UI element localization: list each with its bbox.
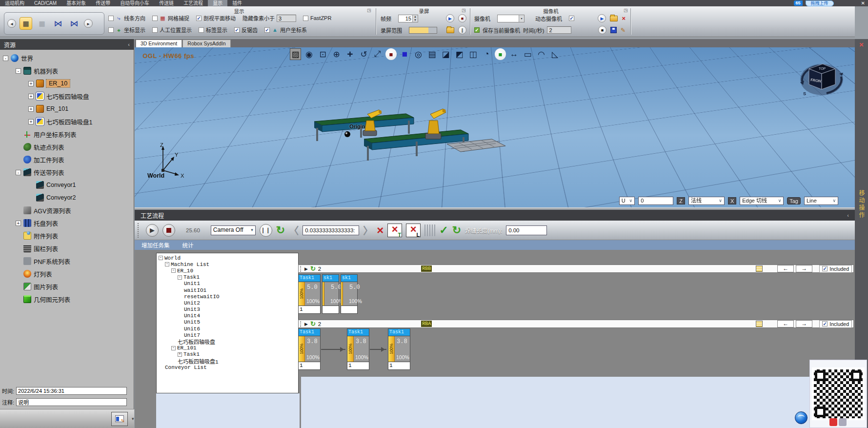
nav-prev-button[interactable]: ◂ xyxy=(7,19,16,28)
record-pause-button[interactable]: ∥ xyxy=(458,26,466,34)
window-close-icon[interactable]: ✕ xyxy=(861,0,865,6)
menu-tab-工艺流程[interactable]: 工艺流程 xyxy=(179,0,208,6)
clip-plane-3-icon[interactable]: ◫ xyxy=(467,48,479,60)
confirm-check-icon[interactable]: ✓ xyxy=(439,224,448,237)
mirror-view-icon[interactable]: ⋈ xyxy=(52,17,64,30)
task-block[interactable]: Task1100%5.0100%1 xyxy=(298,274,321,314)
sidebar-item-轨迹点列表[interactable]: 轨迹点列表 xyxy=(0,141,134,153)
process-tree-item-Unit4[interactable]: Unit4 xyxy=(157,313,298,319)
sidebar-collapse-icon[interactable]: ‹ xyxy=(128,41,130,47)
sidebar-item-Conveyor2[interactable]: Conveyor2 xyxy=(0,191,134,204)
edge-select[interactable]: Edge 切线∨ xyxy=(740,197,784,205)
pan-icon[interactable]: + xyxy=(344,48,356,60)
contact-edit-button[interactable] xyxy=(111,412,128,426)
move-right-button[interactable]: → xyxy=(796,265,812,272)
task-block[interactable]: Task1100%3.8100%1 xyxy=(298,328,321,370)
sidebar-item-ER_10[interactable]: +ER_10 xyxy=(0,77,134,90)
menu-tab-显示[interactable]: 显示 xyxy=(208,0,227,6)
checkbox-网格捕捉[interactable] xyxy=(152,16,158,21)
protractor-icon[interactable]: ◺ xyxy=(549,48,561,60)
collapse-icon[interactable]: - xyxy=(171,346,176,350)
camera-select[interactable]: ▾ xyxy=(497,15,525,22)
move-left-button[interactable]: ← xyxy=(777,320,794,327)
expand-icon[interactable]: + xyxy=(28,119,34,124)
step-back-icon[interactable]: 〈 xyxy=(289,223,299,237)
line-select[interactable]: Line∨ xyxy=(804,197,838,205)
process-tree-item-World[interactable]: -World xyxy=(157,255,298,261)
sidebar-item-几何图元列表[interactable]: 几何图元列表 xyxy=(0,293,134,306)
record-range-color-picker[interactable] xyxy=(409,27,437,34)
clip-box-icon[interactable]: ▤ xyxy=(426,48,438,60)
time-input[interactable] xyxy=(16,387,127,395)
camera-delete-icon[interactable]: × xyxy=(622,15,626,22)
group-drag-handle[interactable] xyxy=(300,321,302,327)
sidebar-item-图片列表[interactable]: 图片列表 xyxy=(0,280,134,293)
u-value-input[interactable]: 0 xyxy=(638,197,673,205)
sidebar-item-用户坐标系列表[interactable]: 用户坐标系列表 xyxy=(0,128,134,141)
statusbar-dropdown-icon[interactable]: ▾ xyxy=(132,416,134,421)
process-tree-item-ER_101[interactable]: -ER_101 xyxy=(157,345,298,351)
checkbox-标签显示[interactable] xyxy=(199,27,204,33)
collapse-icon[interactable]: - xyxy=(165,262,169,266)
weld-length-input[interactable]: 0.00 xyxy=(506,225,547,235)
camera-group-expand-icon[interactable]: ◳ xyxy=(624,8,628,13)
viewport-3d[interactable]: OGL - HW66 fps ⌂◉⊡⊕+↺⤢▨■■◎▤◪◩◫◔■↔▭◠◺ Ori… xyxy=(135,47,855,208)
blue-plane-icon[interactable]: ■ xyxy=(399,48,410,60)
checkbox-线条方向[interactable] xyxy=(108,16,114,21)
sidebar-item-灯列表[interactable]: 灯列表 xyxy=(0,267,134,280)
camera-off-select[interactable]: Camera Off▾ xyxy=(211,225,256,235)
nav-next-button[interactable]: ▸ xyxy=(84,19,93,28)
mirror-view-icon-2[interactable]: ⋈ xyxy=(68,17,81,30)
tab-add-task-set[interactable]: 增加任务集 xyxy=(141,241,170,249)
task-count-input[interactable]: 1 xyxy=(299,362,320,369)
browser-logo-icon[interactable] xyxy=(795,411,807,424)
process-tree-item-Conveyor List[interactable]: Conveyor List xyxy=(157,364,298,370)
navigation-cube[interactable]: TOP FRONT S xyxy=(794,54,848,101)
menu-tab-基本对象[interactable]: 基本对象 xyxy=(61,0,91,6)
task-list-icon[interactable] xyxy=(756,265,763,272)
sidebar-item-PNF系统列表[interactable]: PNF系统列表 xyxy=(0,255,134,267)
move-right-button[interactable]: → xyxy=(796,320,812,327)
camera-time-input[interactable]: 2 xyxy=(547,26,571,34)
zoom-window-icon[interactable]: ⊡ xyxy=(317,48,328,60)
normal-select[interactable]: 法线∨ xyxy=(688,197,725,205)
collapse-icon[interactable]: - xyxy=(171,268,176,273)
sidebar-item-七巧板四轴吸盘[interactable]: +七巧板四轴吸盘 xyxy=(0,90,134,102)
delete-icon[interactable]: × xyxy=(377,225,384,236)
collapse-icon[interactable]: - xyxy=(3,56,8,61)
record-folder-icon[interactable] xyxy=(446,27,454,33)
move-operation-tab[interactable]: 移动操作 xyxy=(857,190,866,219)
dynamic-camera-checkbox[interactable]: ✓ xyxy=(569,16,574,21)
simulate-play-button[interactable]: ▶ xyxy=(146,224,159,237)
process-tree-item-Unit6[interactable]: Unit6 xyxy=(157,326,298,332)
checkbox-用户坐标系[interactable]: ✓ xyxy=(264,27,270,33)
process-tree-item-ER_10[interactable]: -ER_10 xyxy=(157,267,298,274)
expand-icon[interactable]: + xyxy=(28,106,34,112)
checkbox-坐标显示[interactable] xyxy=(108,27,114,33)
sidebar-item-ER_101[interactable]: +ER_101 xyxy=(0,102,134,115)
task-count-input[interactable] xyxy=(341,306,357,313)
checkbox-FastZPR[interactable] xyxy=(303,16,308,21)
dock-close-icon[interactable]: ✕ xyxy=(859,41,864,48)
clip-plane-1-icon[interactable]: ◪ xyxy=(440,48,451,60)
view-rotate-icon[interactable]: ◔ xyxy=(481,48,492,60)
task-block[interactable]: Task1100%3.8100%1 xyxy=(347,328,369,370)
fps-spinner[interactable]: 15▲▼ xyxy=(398,15,418,22)
process-tree-item-七巧板四轴吸盘1[interactable]: 七巧板四轴吸盘1 xyxy=(157,358,298,364)
measure-icon[interactable]: ↔ xyxy=(508,48,520,60)
save-camera-checkbox[interactable]: ✓ xyxy=(474,27,480,33)
process-tree-item-Unit1[interactable]: Unit1 xyxy=(157,281,298,287)
sidebar-item-加工件列表[interactable]: 加工件列表 xyxy=(0,153,134,166)
checkbox-反锯齿[interactable]: ✓ xyxy=(234,27,240,33)
sidebar-item-Conveyor1[interactable]: Conveyor1 xyxy=(0,179,134,191)
u-select[interactable]: U∨ xyxy=(619,197,635,205)
included-toggle[interactable]: ✓Included xyxy=(819,265,852,273)
note-input[interactable] xyxy=(16,398,127,406)
hatch-icon[interactable]: ▨ xyxy=(290,48,301,60)
tab-statistics[interactable]: 统计 xyxy=(182,241,194,249)
sidebar-item-托盘列表[interactable]: +托盘列表 xyxy=(0,217,134,229)
menu-tab-自动导向小车[interactable]: 自动导向小车 xyxy=(115,0,154,6)
collapse-icon[interactable]: - xyxy=(16,68,21,74)
step-time-input[interactable]: 0.03333333333333: xyxy=(303,225,359,235)
expand-icon[interactable]: + xyxy=(16,221,21,226)
